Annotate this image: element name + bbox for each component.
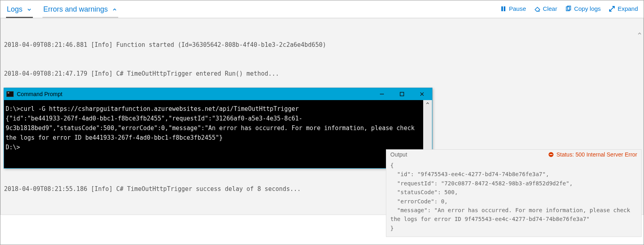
clear-label: Clear: [543, 5, 557, 12]
svg-rect-0: [501, 6, 503, 11]
chevron-up-icon: [112, 7, 117, 12]
scroll-up-icon[interactable]: [622, 20, 642, 49]
log-line: 2018-04-09T08:21:46.881 [Info] Function …: [4, 40, 640, 50]
command-prompt-titlebar[interactable]: Command Prompt: [4, 88, 432, 100]
copy-logs-button[interactable]: Copy logs: [565, 5, 601, 12]
output-header: Output Status: 500 Internal Server Error: [386, 150, 641, 159]
pause-button[interactable]: Pause: [500, 5, 526, 12]
status-badge: Status: 500 Internal Server Error: [548, 151, 637, 158]
copy-label: Copy logs: [574, 5, 601, 12]
log-line: 2018-04-09T08:21:47.179 [Info] C# TimeOu…: [4, 69, 640, 78]
tab-list: Logs Errors and warnings: [6, 3, 118, 18]
expand-label: Expand: [618, 5, 638, 12]
pause-label: Pause: [509, 5, 526, 12]
tab-errors-warnings[interactable]: Errors and warnings: [42, 3, 118, 18]
clear-button[interactable]: Clear: [534, 5, 557, 12]
log-actions: Pause Clear Copy logs Expand: [500, 5, 638, 15]
status-text: Status: 500 Internal Server Error: [556, 151, 637, 158]
command-prompt-title: Command Prompt: [17, 91, 63, 97]
command-prompt-icon: [6, 91, 14, 97]
svg-rect-1: [504, 6, 505, 11]
svg-rect-6: [550, 154, 553, 155]
command-prompt-window: Command Prompt D:\>curl -G https://cshar…: [4, 88, 432, 169]
pause-icon: [500, 6, 507, 12]
command-prompt-output[interactable]: D:\>curl -G https://csharpguitarfunction…: [4, 100, 423, 168]
output-label: Output: [390, 151, 407, 158]
maximize-button[interactable]: [392, 88, 412, 100]
expand-icon: [609, 6, 615, 12]
titlebar-left: Command Prompt: [6, 91, 63, 97]
svg-rect-4: [400, 92, 404, 96]
command-prompt-body: D:\>curl -G https://csharpguitarfunction…: [4, 100, 432, 168]
copy-icon: [565, 6, 571, 12]
tab-logs-label: Logs: [7, 5, 22, 14]
tab-bar: Logs Errors and warnings Pause Clear Cop…: [0, 0, 644, 18]
tab-logs[interactable]: Logs: [6, 3, 33, 18]
window-controls: [372, 88, 432, 100]
output-panel: Output Status: 500 Internal Server Error…: [386, 149, 642, 237]
tab-errors-label: Errors and warnings: [43, 5, 108, 14]
minimize-button[interactable]: [372, 88, 392, 100]
chevron-down-icon: [26, 7, 32, 12]
expand-button[interactable]: Expand: [609, 5, 638, 12]
clear-icon: [534, 6, 541, 12]
close-button[interactable]: [412, 88, 432, 100]
error-icon: [548, 152, 554, 157]
output-body: { "id": "9f475543-ee4c-4277-bd74-74b8e76…: [386, 159, 641, 237]
